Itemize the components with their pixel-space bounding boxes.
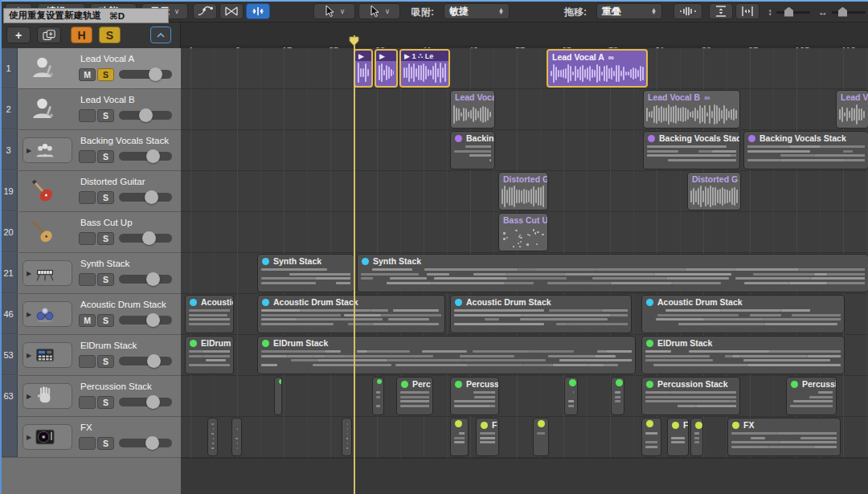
stack-disclosure-button[interactable]: ▶: [23, 137, 72, 163]
volume-slider[interactable]: [119, 439, 172, 447]
volume-slider[interactable]: [119, 152, 172, 161]
arrange-empty-area[interactable]: [181, 458, 868, 494]
waveform-zoom-button[interactable]: [674, 3, 702, 19]
track-header-row[interactable]: 2Lead Vocal BS: [0, 89, 181, 130]
region[interactable]: ▶: [375, 49, 398, 88]
region[interactable]: Distorted G: [687, 172, 741, 210]
region[interactable]: Acoustic Drum Stack: [257, 295, 445, 333]
mute-button[interactable]: [79, 150, 96, 163]
drag-popup[interactable]: 重叠 ▲▼: [596, 3, 662, 19]
region[interactable]: Backing Vocals Stack: [743, 131, 868, 169]
playhead-line[interactable]: [354, 35, 355, 494]
track-header-row[interactable]: 46▶Acoustic Drum StackMS: [0, 294, 181, 335]
region[interactable]: [641, 418, 661, 456]
mute-button[interactable]: [79, 355, 96, 368]
region[interactable]: L: [690, 418, 703, 456]
region[interactable]: [207, 418, 218, 456]
add-track-button[interactable]: +: [6, 27, 31, 43]
region[interactable]: Acoustic Drum Stack: [641, 295, 845, 333]
region[interactable]: Acoustic: [185, 295, 234, 333]
solo-button[interactable]: S: [97, 396, 114, 409]
region[interactable]: ElDrum Stack: [257, 336, 636, 374]
volume-knob[interactable]: [146, 149, 160, 163]
track-header-row[interactable]: 20Bass Cut UpS: [0, 212, 181, 253]
stack-disclosure-button[interactable]: ▶: [23, 260, 72, 286]
horizontal-zoom-slider[interactable]: ↔: [818, 6, 866, 18]
mute-button[interactable]: M: [79, 68, 96, 81]
mute-button[interactable]: [79, 109, 96, 122]
volume-knob[interactable]: [149, 67, 162, 81]
zoom-track[interactable]: [832, 11, 866, 14]
duplicate-track-button[interactable]: [37, 27, 61, 43]
playhead-marker[interactable]: [349, 35, 359, 50]
track-header-row[interactable]: 69▶FXS: [0, 417, 181, 458]
region[interactable]: Backing: [450, 131, 495, 169]
region[interactable]: [372, 377, 384, 415]
track-header-row[interactable]: 19Distorted GuitarS: [0, 171, 181, 212]
volume-knob[interactable]: [145, 190, 158, 204]
region[interactable]: FX: [727, 418, 841, 456]
solo-button[interactable]: S: [97, 68, 114, 81]
region[interactable]: Lead Vocal A∞: [547, 49, 648, 88]
stack-disclosure-button[interactable]: ▶: [23, 301, 72, 327]
region[interactable]: Percussion Stack: [641, 377, 740, 415]
volume-knob[interactable]: [139, 108, 153, 122]
volume-slider[interactable]: [119, 398, 172, 406]
zoom-knob[interactable]: [784, 7, 793, 17]
region[interactable]: Acoustic Drum Stack: [450, 295, 632, 333]
region[interactable]: Bass Cut U: [498, 213, 548, 251]
region[interactable]: [231, 418, 242, 456]
region[interactable]: ElDrum: [185, 336, 234, 374]
solo-button[interactable]: S: [97, 437, 114, 450]
stack-disclosure-button[interactable]: ▶: [23, 424, 72, 450]
stack-disclosure-button[interactable]: ▶: [23, 342, 72, 368]
vertical-auto-zoom-button[interactable]: [709, 3, 733, 19]
region[interactable]: Synth Stack: [257, 254, 354, 292]
fit-horizontal-button[interactable]: [735, 3, 760, 19]
crossfade-button[interactable]: [219, 3, 244, 19]
hide-tracks-button[interactable]: H: [71, 27, 92, 43]
volume-slider[interactable]: [119, 193, 172, 202]
catch-playhead-button[interactable]: [246, 3, 270, 19]
volume-slider[interactable]: [119, 357, 172, 365]
volume-knob[interactable]: [146, 313, 160, 327]
solo-button[interactable]: S: [97, 273, 114, 286]
zoom-knob[interactable]: [838, 7, 847, 17]
snap-popup[interactable]: 敏捷 ▲▼: [444, 3, 510, 19]
vertical-zoom-slider[interactable]: ↕: [768, 6, 810, 18]
volume-knob[interactable]: [147, 354, 161, 368]
region[interactable]: [533, 418, 549, 456]
mute-button[interactable]: [79, 273, 96, 286]
track-header-row[interactable]: 63▶Percussion StackS: [0, 376, 181, 417]
solo-button[interactable]: S: [97, 232, 114, 245]
volume-knob[interactable]: [145, 436, 159, 450]
volume-slider[interactable]: [119, 70, 172, 79]
mute-button[interactable]: M: [79, 314, 96, 327]
region[interactable]: Lead Vo: [836, 90, 868, 129]
volume-slider[interactable]: [119, 111, 172, 120]
region[interactable]: Perc: [396, 377, 433, 415]
solo-button[interactable]: S: [97, 150, 114, 163]
region[interactable]: Lead Vocal: [450, 90, 495, 129]
volume-slider[interactable]: [119, 316, 172, 325]
volume-knob[interactable]: [142, 231, 156, 245]
region[interactable]: [274, 377, 282, 415]
track-header-row[interactable]: 21▶Synth StackS: [0, 253, 181, 294]
solo-button[interactable]: S: [97, 355, 114, 368]
region[interactable]: Distorted G: [498, 172, 548, 210]
mute-button[interactable]: [79, 437, 96, 450]
solo-button[interactable]: S: [97, 191, 114, 204]
zoom-track[interactable]: [776, 11, 810, 14]
region[interactable]: Synth Stack: [357, 254, 868, 292]
solo-button[interactable]: S: [97, 314, 114, 327]
volume-slider[interactable]: [119, 234, 172, 243]
volume-knob[interactable]: [146, 272, 160, 286]
region[interactable]: ▶: [354, 49, 373, 88]
region[interactable]: ▶ 1 ∴ Le: [399, 49, 450, 88]
solo-button[interactable]: S: [97, 109, 114, 122]
region[interactable]: Lead Vocal B∞: [643, 90, 740, 129]
toolbar-toggle-button[interactable]: [150, 27, 171, 43]
volume-knob[interactable]: [146, 395, 160, 409]
stack-disclosure-button[interactable]: ▶: [23, 383, 72, 409]
region[interactable]: F: [476, 418, 499, 456]
